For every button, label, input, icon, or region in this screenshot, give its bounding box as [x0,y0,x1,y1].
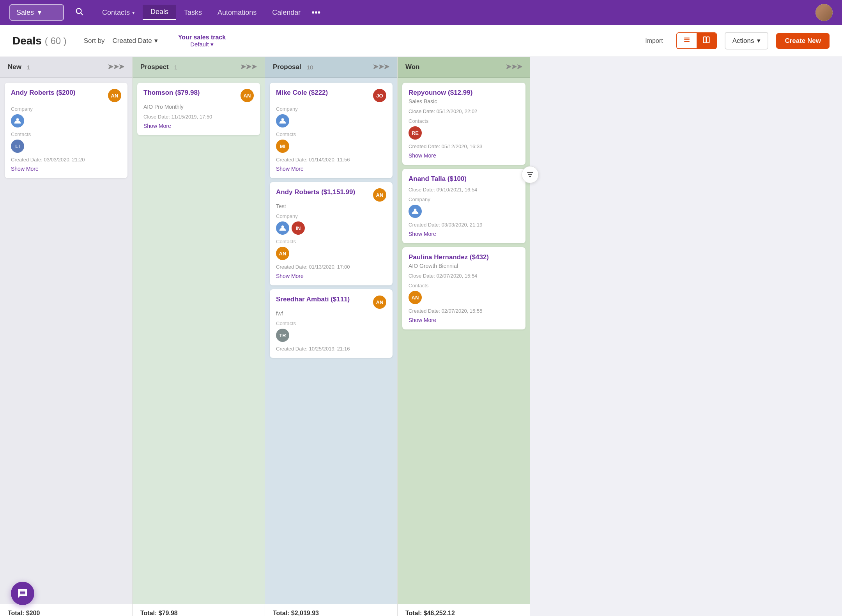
more-options-icon[interactable]: ••• [311,7,320,18]
view-toggle [676,32,717,49]
show-more-link[interactable]: Show More [409,152,519,159]
deal-header-row: Andy Roberts ($1,151.99) AN [276,188,386,202]
deal-card: Andy Roberts ($200) AN Company ContactsL… [5,83,127,178]
company-row [276,114,386,127]
created-date: Created Date: 01/13/2020, 17:00 [276,264,386,270]
contacts-row: LI [11,140,121,153]
sort-chevron: ▾ [154,37,158,45]
sales-dropdown[interactable]: Sales ▾ [9,4,64,21]
nav-link-contacts[interactable]: Contacts ▾ [94,5,143,20]
sales-track-chevron: ▾ [210,41,214,48]
svg-point-8 [281,118,284,121]
column-name: Proposal [273,63,301,71]
deal-title[interactable]: Mike Cole ($222) [276,89,328,97]
column-footer-proposal: Total: $2,019.93 [265,604,397,616]
show-more-link[interactable]: Show More [409,317,519,323]
deal-card: Sreedhar Ambati ($111) AN fwfContactsTRC… [270,289,393,358]
nav-links: Contacts ▾ Deals Tasks Automations Calen… [94,5,320,20]
close-date: Close Date: 09/10/2021, 16:54 [409,187,519,193]
deal-header-row: Mike Cole ($222) JO [276,89,386,102]
show-more-link[interactable]: Show More [409,231,519,237]
company-label: Company [276,213,386,219]
contacts-row: RE [409,126,519,140]
svg-rect-5 [703,37,706,43]
contacts-label: Contacts [276,239,386,244]
deals-board: New 1 ⮞⮞⮞ Andy Roberts ($200) AN Company… [0,57,842,616]
show-more-link[interactable]: Show More [276,166,386,172]
column-footer-prospect: Total: $79.98 [133,604,265,616]
nav-link-calendar[interactable]: Calendar [264,5,308,20]
created-date: Created Date: 01/14/2020, 11:56 [276,157,386,163]
column-body-prospect: Thomson ($79.98) AN AIO Pro MonthlyClose… [133,78,265,604]
contact-avatar: MI [276,140,289,153]
show-more-link[interactable]: Show More [276,273,386,279]
company-row: IN [276,221,386,235]
svg-point-7 [16,118,19,121]
deal-title[interactable]: Anand Talla ($100) [409,175,467,183]
avatar[interactable] [815,4,833,21]
deal-subtitle: fwf [276,310,386,317]
sort-label: Sort by [84,37,105,45]
contact-avatar: TR [276,329,289,342]
nav-link-tasks[interactable]: Tasks [176,5,210,20]
company-icon [276,114,289,127]
deal-subtitle: AIO Pro Monthly [143,104,254,110]
deal-header-row: Thomson ($79.98) AN [143,89,254,102]
deal-title[interactable]: Sreedhar Ambati ($111) [276,296,350,303]
show-more-link[interactable]: Show More [11,166,121,172]
column-footer-won: Total: $46,252.12 [398,604,530,616]
created-date: Created Date: 10/25/2019, 21:16 [276,346,386,352]
assignee-avatar: AN [373,188,386,202]
filter-icon[interactable] [522,166,539,183]
company-icon [409,205,422,218]
deal-card: Anand Talla ($100) Close Date: 09/10/202… [402,169,525,243]
column-count: 1 [27,64,30,71]
deal-title[interactable]: Andy Roberts ($200) [11,89,75,97]
created-date: Created Date: 05/12/2020, 16:33 [409,143,519,149]
column-header-new: New 1 ⮞⮞⮞ [0,57,132,78]
deal-title[interactable]: Repyounow ($12.99) [409,89,472,97]
nav-link-deals[interactable]: Deals [143,5,176,20]
deal-title[interactable]: Thomson ($79.98) [143,89,200,97]
kanban-view-button[interactable] [697,33,716,48]
svg-rect-6 [706,37,709,43]
column-footer-new: Total: $200 [0,604,132,616]
column-won: Won ⮞⮞⮞ Repyounow ($12.99) Sales BasicCl… [398,57,530,616]
import-button[interactable]: Import [640,34,668,48]
create-new-button[interactable]: Create New [776,33,830,49]
company-icon [276,221,289,235]
search-icon[interactable] [75,7,83,18]
created-date: Created Date: 02/07/2020, 15:55 [409,308,519,314]
column-proposal: Proposal 10 ⮞⮞⮞ Mike Cole ($222) JO Comp… [265,57,398,616]
contacts-label: Contacts [276,320,386,326]
contact-avatar: RE [409,126,422,140]
contact-avatar: AN [276,247,289,260]
assignee-avatar: AN [241,89,254,102]
column-prospect: Prospect 1 ⮞⮞⮞ Thomson ($79.98) AN AIO P… [133,57,265,616]
sort-dropdown[interactable]: Created Date ▾ [113,37,158,45]
column-new: New 1 ⮞⮞⮞ Andy Roberts ($200) AN Company… [0,57,133,616]
deal-title[interactable]: Andy Roberts ($1,151.99) [276,188,355,196]
nav-link-automations[interactable]: Automations [210,5,264,20]
contacts-row: AN [276,247,386,260]
contact-avatar: AN [409,291,422,304]
column-header-won: Won ⮞⮞⮞ [398,57,530,78]
list-view-button[interactable] [677,33,697,48]
column-arrows-icon: ⮞⮞⮞ [506,64,522,70]
deal-subtitle: Test [276,203,386,209]
svg-point-9 [281,225,284,228]
svg-point-10 [414,209,417,211]
sales-track[interactable]: Your sales track Default ▾ [178,34,226,48]
chat-bubble-button[interactable] [11,582,34,605]
column-arrows-icon: ⮞⮞⮞ [241,64,257,70]
actions-button[interactable]: Actions ▾ [725,32,769,50]
deal-title[interactable]: Paulina Hernandez ($432) [409,253,489,261]
contacts-row: MI [276,140,386,153]
sales-dropdown-chevron: ▾ [38,8,41,17]
show-more-link[interactable]: Show More [143,123,254,129]
contacts-chevron: ▾ [132,10,135,16]
column-name: New [8,63,21,71]
column-body-proposal: Mike Cole ($222) JO Company ContactsMICr… [265,78,397,604]
column-arrows-icon: ⮞⮞⮞ [108,64,124,70]
column-body-won: Repyounow ($12.99) Sales BasicClose Date… [398,78,530,604]
